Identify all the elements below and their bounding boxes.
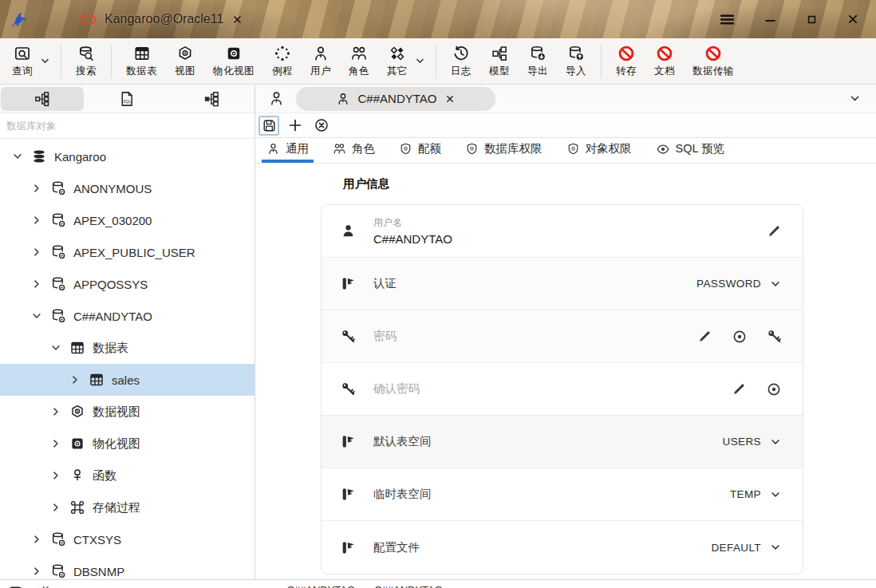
chevron-down-icon[interactable] [49, 341, 62, 354]
data-transfer-button[interactable]: 数据传输 [684, 41, 743, 81]
show-confirm-password-button[interactable] [766, 381, 782, 397]
tree-item-views-folder[interactable]: 数据视图 [0, 396, 255, 428]
schema-icon [50, 563, 66, 579]
document-button[interactable]: 文档 [645, 41, 684, 81]
edit-username-button[interactable] [767, 223, 782, 239]
export-button[interactable]: 导出 [519, 41, 557, 81]
other-objects-dropdown-button[interactable] [412, 53, 428, 69]
edit-confirm-password-button[interactable] [732, 381, 747, 397]
username-value[interactable]: C##ANDYTAO [373, 232, 767, 246]
tables-button[interactable]: 数据表 [117, 41, 166, 81]
authentication-select[interactable]: PASSWORD [696, 278, 782, 290]
schema-icon [50, 212, 66, 228]
editor-tab-active[interactable]: C##ANDYTAO [296, 87, 495, 111]
eye-icon [656, 142, 670, 156]
chevron-right-icon[interactable] [30, 182, 43, 195]
chevron-right-icon[interactable] [30, 246, 43, 258]
chevron-right-icon[interactable] [30, 533, 43, 546]
show-password-button[interactable] [732, 329, 748, 345]
subtab-roles[interactable]: 角色 [331, 141, 377, 163]
chevron-right-icon[interactable] [30, 565, 43, 578]
tree-item-schema[interactable]: APPQOSSYS [0, 268, 255, 300]
chevron-right-icon[interactable] [49, 405, 62, 418]
tree-item-materialized-views-folder[interactable]: 物化视图 [0, 428, 255, 460]
temp-tablespace-select[interactable]: TEMP [730, 488, 782, 501]
oracle-connection-icon [80, 11, 97, 28]
roles-button[interactable]: 角色 [340, 41, 378, 81]
tree-item-table-selected[interactable]: sales [0, 364, 255, 396]
maximize-button[interactable] [803, 11, 820, 28]
add-button[interactable] [285, 116, 306, 136]
subtab-database-privileges[interactable]: 数据库权限 [464, 141, 544, 163]
routines-button[interactable]: 例程 [263, 41, 302, 81]
close-icon [846, 12, 860, 26]
tree-item-procedures-folder[interactable]: 存储过程 [0, 491, 255, 523]
object-explorer-panel: Kangaroo ANONYMOUS APEX_030200 APEX_PUBL… [0, 85, 255, 579]
tree-item-schema[interactable]: APEX_PUBLIC_USER [0, 236, 255, 268]
window-controls [717, 10, 862, 30]
subtab-quota[interactable]: 配额 [397, 141, 443, 163]
subtab-object-privileges[interactable]: 对象权限 [565, 141, 633, 163]
window-tab[interactable]: Kangaroo@Oracle11 [80, 11, 243, 28]
model-button[interactable]: 模型 [480, 41, 519, 81]
tab-close-button[interactable] [231, 14, 243, 26]
window-tab-title: Kangaroo@Oracle11 [105, 12, 223, 26]
tab-list-dropdown-button[interactable] [848, 92, 862, 105]
views-button[interactable]: 视图 [166, 41, 204, 81]
tab-sql-files[interactable] [85, 87, 168, 111]
chevron-right-icon[interactable] [30, 214, 43, 227]
chevron-right-icon[interactable] [49, 469, 62, 482]
confirm-password-placeholder[interactable]: 确认密码 [373, 381, 732, 397]
chevron-down-icon [769, 278, 782, 290]
tree-item-schema[interactable]: APEX_030200 [0, 204, 255, 236]
tree-item-schema[interactable]: DBSNMP [0, 555, 255, 579]
materialized-view-icon [69, 436, 85, 452]
tab-er-diagram[interactable] [170, 87, 253, 111]
subtab-sql-preview[interactable]: SQL 预览 [654, 141, 727, 163]
generate-password-button[interactable] [767, 329, 782, 344]
edit-password-button[interactable] [697, 329, 712, 344]
materialized-views-button[interactable]: 物化视图 [204, 41, 263, 81]
chevron-right-icon[interactable] [49, 501, 62, 514]
tree-item-schema[interactable]: C##ANDYTAO [0, 300, 255, 332]
save-button[interactable] [258, 116, 279, 136]
tab-object-tree[interactable] [1, 87, 84, 111]
cancel-button[interactable] [311, 116, 332, 136]
minimize-icon [763, 12, 778, 27]
log-button[interactable]: 日志 [442, 41, 480, 81]
chevron-right-icon[interactable] [69, 373, 81, 386]
query-button[interactable]: 查询 [3, 41, 41, 81]
shield-icon [465, 142, 479, 156]
password-placeholder[interactable]: 密码 [373, 329, 697, 344]
window-close-button[interactable] [844, 10, 862, 28]
chevron-right-icon[interactable] [49, 437, 62, 450]
flag-icon [341, 540, 356, 555]
editor-action-bar [255, 113, 876, 138]
query-dropdown-button[interactable] [37, 53, 53, 69]
tree-item-schema[interactable]: CTXSYS [0, 523, 255, 555]
profile-select[interactable]: DEFAULT [711, 541, 782, 554]
minimize-button[interactable] [761, 10, 779, 29]
users-button[interactable]: 用户 [302, 41, 340, 81]
import-button[interactable]: 导入 [557, 41, 595, 81]
tree-item-tables-folder[interactable]: 数据表 [0, 332, 255, 364]
chevron-down-icon[interactable] [11, 150, 24, 163]
tree-item-schema[interactable]: ANONYMOUS [0, 172, 255, 204]
default-tablespace-select[interactable]: USERS [722, 436, 782, 448]
subtab-general[interactable]: 通用 [265, 141, 310, 163]
other-objects-button[interactable]: 其它 [378, 41, 416, 81]
tree-item-functions-folder[interactable]: 函数 [0, 460, 255, 491]
kangaroo-logo-icon [8, 9, 29, 30]
dump-button[interactable]: 转存 [607, 41, 645, 81]
chevron-down-icon[interactable] [30, 310, 43, 322]
materialized-view-icon [225, 45, 243, 62]
search-button[interactable]: 搜索 [67, 41, 105, 81]
app-menu-button[interactable] [717, 10, 737, 30]
user-info-card: 用户名 C##ANDYTAO 认证 PASSWORD [321, 204, 803, 574]
chevron-right-icon[interactable] [30, 278, 43, 290]
editor-tab-close-button[interactable] [444, 93, 456, 105]
pencil-icon [697, 329, 712, 344]
object-filter-input[interactable] [0, 113, 255, 138]
log-icon [452, 45, 470, 62]
tree-item-connection[interactable]: Kangaroo [0, 140, 255, 172]
